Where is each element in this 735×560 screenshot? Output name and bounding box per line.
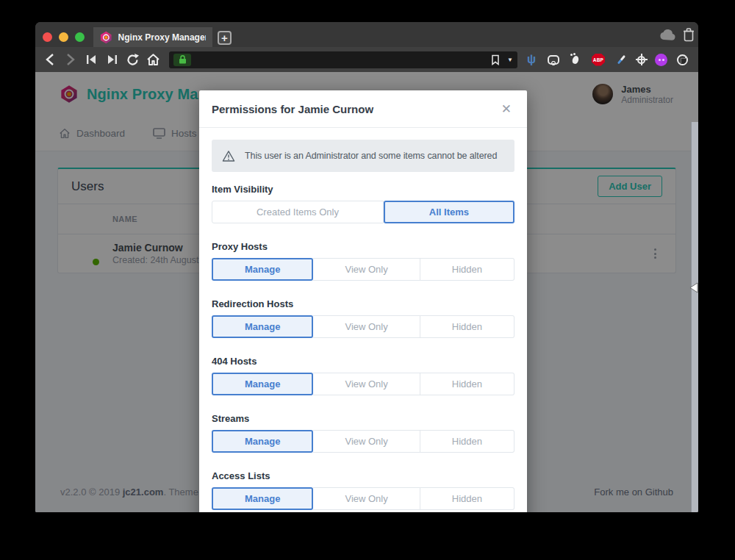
new-tab-button[interactable]: +	[218, 31, 232, 45]
cloud-icon[interactable]	[659, 29, 676, 40]
url-bar[interactable]: ▼	[169, 51, 517, 68]
forward-button[interactable]	[62, 53, 79, 66]
gear-extension-icon[interactable]	[637, 56, 645, 64]
option-created-items-only[interactable]: Created Items Only	[212, 201, 384, 223]
zoom-window-button[interactable]	[75, 32, 85, 42]
option-hidden[interactable]: Hidden	[420, 487, 514, 510]
browser-window: Nginx Proxy Manager +	[35, 22, 698, 512]
npm-favicon-icon	[100, 31, 112, 44]
option-manage[interactable]: Manage	[212, 315, 313, 338]
bookmark-icon[interactable]	[491, 54, 500, 65]
warning-triangle-icon	[222, 150, 235, 162]
page-scrollbar[interactable]	[691, 122, 698, 512]
permission-group: ManageView OnlyHidden	[212, 487, 514, 510]
browser-titlebar: Nginx Proxy Manager +	[35, 22, 698, 47]
mouse-cursor	[689, 282, 698, 293]
reload-button[interactable]	[124, 53, 140, 67]
permission-label-item-visibility: Item Visibility	[212, 184, 514, 195]
option-manage[interactable]: Manage	[212, 258, 313, 281]
option-manage[interactable]: Manage	[212, 487, 313, 510]
permission-group: ManageView OnlyHidden	[212, 430, 514, 453]
permission-group: Created Items OnlyAll Items	[212, 201, 514, 223]
option-view-only[interactable]: View Only	[313, 487, 420, 510]
option-hidden[interactable]: Hidden	[420, 315, 514, 338]
modal-close-button[interactable]: ✕	[498, 101, 514, 117]
home-button[interactable]	[145, 53, 161, 66]
minimize-window-button[interactable]	[59, 32, 68, 42]
permission-group: ManageView OnlyHidden	[212, 373, 514, 395]
option-hidden[interactable]: Hidden	[420, 373, 514, 395]
traffic-lights	[43, 32, 85, 42]
purple-mask-extension-icon[interactable]	[655, 54, 667, 66]
option-hidden[interactable]: Hidden	[420, 430, 514, 453]
back-button[interactable]	[42, 53, 58, 66]
admin-alert: This user is an Administrator and some i…	[212, 140, 514, 172]
skip-back-button[interactable]	[83, 54, 99, 65]
power-toggle-extension-icon[interactable]	[677, 54, 688, 65]
permission-label-404-hosts: 404 Hosts	[212, 356, 514, 367]
trash-icon[interactable]	[683, 27, 695, 42]
permission-group: ManageView OnlyHidden	[212, 315, 514, 338]
permission-label-streams: Streams	[212, 413, 514, 424]
browser-toolbar: ▼ ψABP	[35, 47, 698, 72]
extension-icons: ψABP	[525, 53, 688, 66]
permission-label-access-lists: Access Lists	[212, 470, 514, 481]
option-hidden[interactable]: Hidden	[420, 258, 514, 281]
tab-title: Nginx Proxy Manager	[118, 32, 206, 43]
skip-forward-button[interactable]	[104, 54, 120, 65]
browser-tab[interactable]: Nginx Proxy Manager	[93, 27, 212, 47]
option-view-only[interactable]: View Only	[313, 430, 420, 453]
gnome-foot-extension-icon[interactable]	[569, 53, 582, 66]
option-manage[interactable]: Manage	[212, 373, 313, 395]
permission-label-redirection-hosts: Redirection Hosts	[212, 298, 514, 309]
color-picker-extension-icon[interactable]	[614, 53, 628, 66]
lock-icon	[179, 55, 187, 64]
https-lock-badge[interactable]	[173, 54, 191, 66]
option-view-only[interactable]: View Only	[313, 315, 420, 338]
option-view-only[interactable]: View Only	[313, 258, 420, 281]
option-manage[interactable]: Manage	[212, 430, 313, 453]
permission-label-proxy-hosts: Proxy Hosts	[212, 241, 514, 252]
option-all-items[interactable]: All Items	[384, 201, 514, 223]
admin-alert-text: This user is an Administrator and some i…	[245, 151, 497, 161]
adblock-plus-extension-icon[interactable]: ABP	[592, 54, 605, 66]
goggles-extension-icon[interactable]	[548, 55, 559, 65]
bookmarks-dropdown-caret[interactable]: ▼	[507, 57, 513, 63]
modal-title: Permissions for Jamie Curnow	[212, 103, 373, 115]
option-view-only[interactable]: View Only	[313, 373, 420, 395]
close-window-button[interactable]	[43, 32, 52, 42]
permission-group: ManageView OnlyHidden	[212, 258, 514, 281]
browser-viewport: Nginx Proxy Manager James Administrator …	[35, 72, 698, 512]
permissions-modal: Permissions for Jamie Curnow ✕ This user…	[199, 90, 527, 512]
proxy-fork-extension-icon[interactable]: ψ	[525, 53, 538, 66]
